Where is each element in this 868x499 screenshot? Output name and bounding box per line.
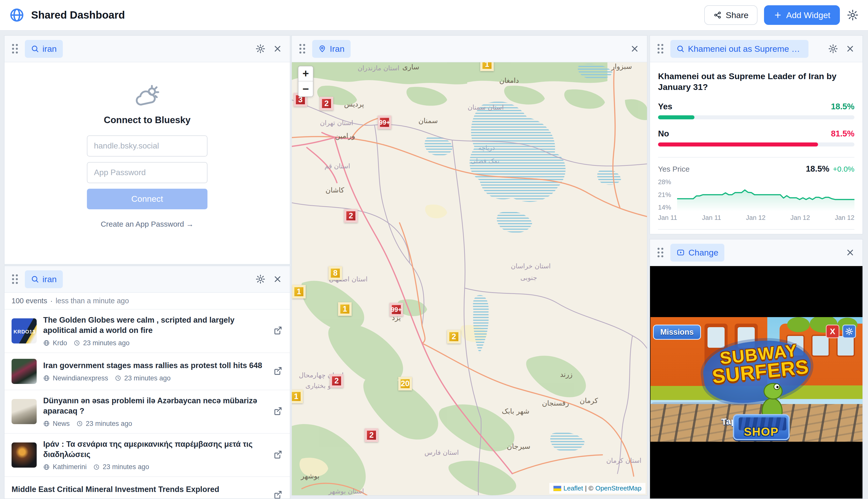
map-cluster-marker[interactable]: 2: [365, 428, 378, 442]
subway-surfers-game-screen[interactable]: Subway Surfers Tap to play SHOP Missions…: [650, 317, 863, 442]
zoom-out-button[interactable]: −: [298, 82, 313, 97]
map-cluster-marker[interactable]: 2: [330, 374, 343, 388]
app-password-input[interactable]: [87, 162, 208, 183]
news-item[interactable]: Ιράν : Τα σενάρια της αμερικανικής παρέμ…: [4, 434, 290, 477]
yes-bar-fill: [658, 115, 694, 119]
video-player[interactable]: Subway Surfers Tap to play SHOP Missions…: [650, 266, 863, 499]
shop-button[interactable]: SHOP: [733, 414, 790, 440]
clock-icon: [74, 340, 80, 346]
news-time: 23 minutes ago: [103, 463, 149, 471]
external-link-icon[interactable]: [273, 325, 283, 337]
map-canvas[interactable]: ساریاستان مازندرانسبزواردامغاناستان سمنا…: [292, 62, 647, 495]
create-app-password-link[interactable]: Create an App Password →: [101, 220, 194, 228]
shared-dashboard-page: Shared Dashboard Share Add Widget: [0, 0, 868, 499]
chart-x-tick: Jan 12: [790, 214, 810, 222]
close-icon[interactable]: [273, 275, 282, 284]
drag-handle-icon[interactable]: [12, 44, 18, 53]
connect-button[interactable]: Connect: [87, 189, 208, 209]
yes-bar-track: [658, 115, 854, 119]
widget-gear-icon[interactable]: [828, 44, 838, 54]
news-widget-header: iran: [4, 266, 290, 293]
last-updated: less than a minute ago: [56, 297, 129, 305]
no-percentage: 81.5%: [831, 129, 854, 138]
zoom-in-button[interactable]: +: [298, 66, 313, 82]
map-widget-header: Iran: [292, 36, 647, 62]
close-icon[interactable]: [845, 248, 855, 257]
game-close-button[interactable]: X: [826, 325, 839, 338]
map-cluster-marker[interactable]: 8: [328, 266, 342, 280]
add-widget-button[interactable]: Add Widget: [764, 5, 840, 25]
page-title: Shared Dashboard: [31, 9, 125, 21]
handle-input[interactable]: [87, 135, 208, 157]
ukraine-flag-icon: [553, 486, 561, 491]
map-cluster-marker[interactable]: 2: [344, 209, 358, 223]
market-panel: Khamenei out as Supreme Leader of Iran b…: [650, 62, 863, 234]
map-cluster-marker[interactable]: 1: [338, 302, 352, 316]
globe-icon: [43, 421, 50, 427]
map-cluster-marker[interactable]: 99+: [389, 303, 403, 316]
globe-icon: [43, 340, 50, 346]
drag-handle-icon[interactable]: [12, 275, 18, 284]
cloud-sun-icon: [132, 83, 162, 108]
news-thumbnail: [12, 399, 37, 424]
map-cluster-marker[interactable]: 1: [480, 62, 494, 71]
location-text: Iran: [330, 44, 345, 54]
map-zoom-control: + −: [298, 66, 313, 97]
drag-handle-icon[interactable]: [658, 248, 663, 257]
widget-gear-icon[interactable]: [255, 44, 266, 54]
news-item[interactable]: Iran government stages mass rallies as p…: [4, 353, 290, 390]
map-cluster-marker[interactable]: 2: [447, 330, 461, 343]
widget-query-pill[interactable]: iran: [25, 40, 63, 58]
map-cluster-marker[interactable]: 2: [320, 97, 333, 110]
close-icon[interactable]: [845, 44, 855, 53]
drag-handle-icon[interactable]: [658, 44, 663, 53]
news-title: Iran government stages mass rallies as p…: [43, 361, 262, 370]
clock-icon: [76, 421, 83, 427]
close-icon[interactable]: [630, 44, 640, 53]
map-cluster-marker[interactable]: 1: [292, 285, 306, 299]
share-button[interactable]: Share: [704, 5, 758, 25]
news-widget: iran 100 events · less than a minute ago: [4, 266, 290, 499]
no-bar-fill: [658, 143, 818, 146]
news-source: News: [53, 420, 70, 428]
widget-video-pill[interactable]: Change: [670, 244, 724, 261]
map-cluster-marker[interactable]: 20: [398, 377, 412, 390]
news-item[interactable]: Dünyanın ən əsas problemi ilə Azərbaycan…: [4, 390, 290, 434]
news-time: 23 minutes ago: [83, 339, 129, 347]
external-link-icon[interactable]: [273, 406, 283, 417]
market-question: Khamenei out as Supreme Leader of Iran b…: [658, 71, 854, 92]
news-item[interactable]: Middle East Critical Mineral Investment …: [4, 477, 290, 499]
close-icon[interactable]: [273, 44, 282, 53]
news-list: KRDO13The Golden Globes were calm , scri…: [4, 309, 290, 499]
chart-x-axis: Jan 11Jan 11Jan 12Jan 12Jan 12: [658, 214, 854, 222]
plus-icon: [773, 11, 782, 19]
widget-location-pill[interactable]: Iran: [312, 40, 351, 58]
widget-query-pill[interactable]: iran: [25, 270, 63, 288]
map-widget: Iran: [292, 35, 647, 496]
external-link-icon[interactable]: [273, 490, 283, 499]
yes-price-chart: 28%21%14%: [658, 178, 854, 211]
drag-handle-icon[interactable]: [299, 44, 305, 53]
yes-price-label: Yes Price: [658, 165, 690, 173]
news-source: Krdo: [53, 339, 67, 347]
map-cluster-marker[interactable]: 1: [292, 390, 303, 403]
clock-icon: [93, 464, 100, 470]
clock-icon: [115, 375, 121, 381]
news-source: Kathimerini: [53, 463, 87, 471]
query-text: iran: [42, 44, 57, 54]
news-item[interactable]: KRDO13The Golden Globes were calm , scri…: [4, 309, 290, 353]
news-time: 23 minutes ago: [75, 498, 121, 499]
openstreetmap-link[interactable]: OpenStreetMap: [595, 484, 642, 492]
news-title: The Golden Globes were calm , scripted a…: [43, 316, 234, 335]
brand: Shared Dashboard: [9, 7, 125, 23]
map-cluster-marker[interactable]: 99+: [378, 115, 391, 129]
market-widget-header: Khamenei out as Supreme L...: [650, 36, 863, 62]
game-settings-button[interactable]: [842, 325, 856, 338]
widget-query-pill[interactable]: Khamenei out as Supreme L...: [670, 40, 808, 58]
external-link-icon[interactable]: [273, 366, 283, 377]
missions-button[interactable]: Missions: [653, 325, 701, 340]
widget-gear-icon[interactable]: [255, 274, 266, 284]
leaflet-link[interactable]: Leaflet: [563, 484, 583, 492]
external-link-icon[interactable]: [273, 450, 283, 461]
settings-gear-icon[interactable]: [846, 9, 859, 21]
